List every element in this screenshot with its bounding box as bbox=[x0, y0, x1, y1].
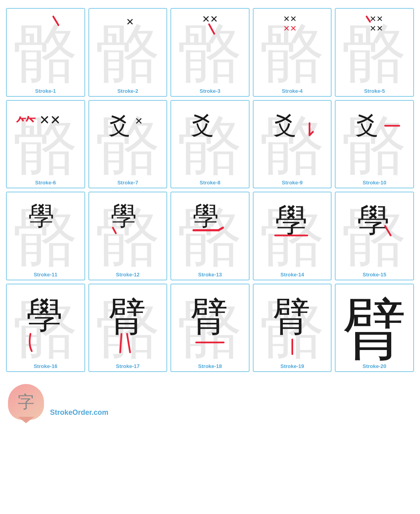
stroke-image-5: 骼 ✕✕ ✕✕ bbox=[336, 9, 413, 86]
stroke-cell-15: 骼 學 Stroke-15 bbox=[335, 192, 414, 280]
stroke-label-16: Stroke-16 bbox=[34, 362, 57, 371]
svg-text:爻: 爻 bbox=[273, 112, 296, 138]
stroke-label-19: Stroke-19 bbox=[280, 362, 304, 371]
svg-text:臂: 臂 bbox=[108, 296, 146, 338]
svg-text:✕✕: ✕✕ bbox=[283, 24, 297, 33]
stroke-image-11: 骼 學 bbox=[7, 192, 84, 270]
stroke-cell-20: 臂 Stroke-20 bbox=[335, 284, 414, 372]
stroke-image-2: 骼 ✕ bbox=[89, 9, 167, 86]
stroke-label-18: Stroke-18 bbox=[198, 362, 222, 371]
stroke-label-11: Stroke-11 bbox=[34, 270, 57, 280]
stroke-image-16: 骼 學 bbox=[7, 284, 84, 362]
stroke-label-14: Stroke-14 bbox=[280, 270, 304, 280]
svg-text:學: 學 bbox=[28, 202, 54, 230]
site-url: StrokeOrder.com bbox=[50, 408, 108, 420]
svg-text:⺮: ⺮ bbox=[16, 114, 36, 137]
stroke-label-12: Stroke-12 bbox=[116, 270, 140, 280]
stroke-grid: 骼 Stroke-1 骼 ✕ Stroke-2 骼 ✕✕ St bbox=[0, 0, 420, 376]
svg-text:✕: ✕ bbox=[134, 116, 142, 126]
stroke-cell-1: 骼 Stroke-1 bbox=[6, 8, 85, 97]
svg-text:✕✕: ✕✕ bbox=[283, 14, 297, 23]
svg-text:爻: 爻 bbox=[108, 113, 130, 138]
stroke-image-3: 骼 ✕✕ bbox=[171, 9, 249, 86]
stroke-label-5: Stroke-5 bbox=[364, 86, 385, 96]
svg-text:✕✕: ✕✕ bbox=[39, 113, 61, 127]
stroke-image-1: 骼 bbox=[7, 9, 84, 86]
stroke-cell-10: 骼 爻 Stroke-10 bbox=[335, 100, 414, 189]
svg-text:骼: 骼 bbox=[178, 18, 242, 86]
stroke-label-7: Stroke-7 bbox=[117, 178, 138, 188]
stroke-cell-8: 骼 爻 Stroke-8 bbox=[170, 100, 250, 189]
stroke-label-3: Stroke-3 bbox=[200, 86, 220, 96]
svg-text:學: 學 bbox=[193, 202, 219, 230]
bottom-section: 字 StrokeOrder.com bbox=[0, 376, 420, 424]
svg-text:臂: 臂 bbox=[272, 296, 310, 338]
svg-text:骼: 骼 bbox=[13, 18, 78, 86]
stroke-label-10: Stroke-10 bbox=[363, 178, 386, 188]
stroke-label-6: Stroke-6 bbox=[35, 178, 56, 188]
stroke-image-7: 骼 爻 ✕ bbox=[89, 101, 167, 178]
stroke-image-14: 骼 學 bbox=[254, 192, 331, 270]
stroke-image-19: 骼 臂 bbox=[254, 284, 331, 362]
logo-badge: 字 bbox=[8, 384, 44, 420]
stroke-cell-17: 骼 臂 Stroke-17 bbox=[88, 284, 168, 372]
stroke-image-17: 骼 臂 bbox=[89, 284, 167, 362]
stroke-cell-4: 骼 ✕✕ ✕✕ Stroke-4 bbox=[253, 8, 332, 97]
svg-text:學: 學 bbox=[275, 202, 308, 238]
svg-text:學: 學 bbox=[26, 295, 63, 335]
svg-text:✕✕: ✕✕ bbox=[370, 24, 384, 33]
stroke-cell-16: 骼 學 Stroke-16 bbox=[6, 284, 85, 372]
stroke-image-9: 骼 爻 bbox=[254, 101, 331, 178]
stroke-label-9: Stroke-9 bbox=[282, 178, 303, 188]
stroke-cell-3: 骼 ✕✕ Stroke-3 bbox=[170, 8, 250, 97]
stroke-image-13: 骼 學 bbox=[171, 192, 249, 270]
stroke-image-6: 骼 ⺮ ✕✕ bbox=[7, 101, 84, 178]
stroke-cell-13: 骼 學 Stroke-13 bbox=[170, 192, 250, 280]
svg-text:✕: ✕ bbox=[126, 17, 134, 27]
svg-text:學: 學 bbox=[110, 202, 136, 230]
stroke-label-15: Stroke-15 bbox=[363, 270, 386, 280]
stroke-label-8: Stroke-8 bbox=[200, 178, 220, 188]
stroke-image-4: 骼 ✕✕ ✕✕ bbox=[254, 9, 331, 86]
stroke-image-12: 骼 學 bbox=[89, 192, 167, 270]
stroke-cell-11: 骼 學 Stroke-11 bbox=[6, 192, 85, 280]
logo-char: 字 bbox=[18, 391, 34, 413]
stroke-label-4: Stroke-4 bbox=[282, 86, 303, 96]
stroke-image-10: 骼 爻 bbox=[336, 101, 413, 178]
stroke-cell-18: 骼 臂 Stroke-18 bbox=[170, 284, 250, 372]
stroke-cell-7: 骼 爻 ✕ Stroke-7 bbox=[88, 100, 168, 189]
stroke-cell-19: 骼 臂 Stroke-19 bbox=[253, 284, 332, 372]
stroke-image-15: 骼 學 bbox=[336, 192, 413, 270]
svg-text:✕✕: ✕✕ bbox=[202, 14, 218, 24]
stroke-label-1: Stroke-1 bbox=[35, 86, 56, 96]
stroke-cell-9: 骼 爻 Stroke-9 bbox=[253, 100, 332, 189]
stroke-cell-5: 骼 ✕✕ ✕✕ Stroke-5 bbox=[335, 8, 414, 97]
stroke-cell-2: 骼 ✕ Stroke-2 bbox=[88, 8, 168, 97]
stroke-cell-6: 骼 ⺮ ✕✕ Stroke-6 bbox=[6, 100, 85, 189]
stroke-cell-12: 骼 學 Stroke-12 bbox=[88, 192, 168, 280]
stroke-image-20: 臂 bbox=[336, 284, 413, 362]
stroke-label-20: Stroke-20 bbox=[363, 362, 386, 371]
svg-text:臂: 臂 bbox=[190, 296, 228, 338]
svg-text:學: 學 bbox=[358, 202, 390, 238]
svg-text:✕✕: ✕✕ bbox=[370, 14, 384, 23]
stroke-label-13: Stroke-13 bbox=[198, 270, 222, 280]
stroke-label-17: Stroke-17 bbox=[116, 362, 140, 371]
stroke-image-8: 骼 爻 bbox=[171, 101, 249, 178]
stroke-image-18: 骼 臂 bbox=[171, 284, 249, 362]
svg-text:臂: 臂 bbox=[342, 294, 407, 362]
svg-text:爻: 爻 bbox=[190, 112, 214, 138]
stroke-label-2: Stroke-2 bbox=[117, 86, 138, 96]
svg-text:爻: 爻 bbox=[355, 112, 378, 138]
stroke-cell-14: 骼 學 Stroke-14 bbox=[253, 192, 332, 280]
svg-text:骼: 骼 bbox=[96, 18, 160, 86]
